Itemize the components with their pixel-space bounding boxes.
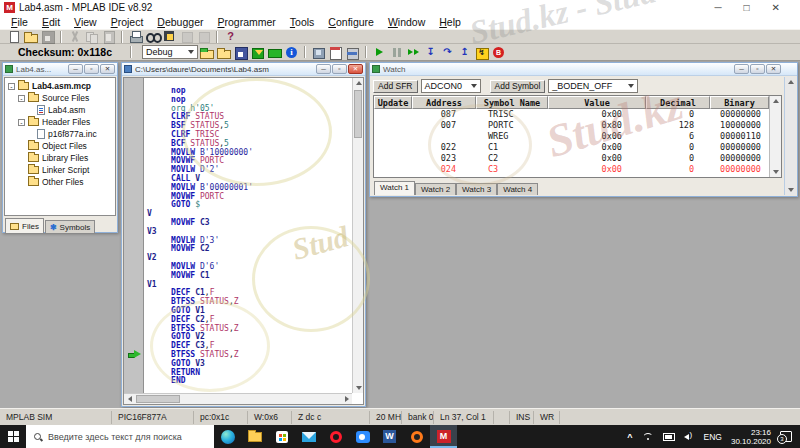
watch-minimize-button[interactable]: ─ xyxy=(734,64,749,74)
watch-row-c2[interactable]: 023C20x00000000000 xyxy=(374,153,769,164)
watch-table-scrollbar[interactable] xyxy=(769,96,781,177)
minimize-button[interactable]: ─ xyxy=(714,2,721,13)
read-target-icon[interactable] xyxy=(328,46,343,59)
build-mode-select[interactable]: Debug xyxy=(142,45,198,59)
watch-row-c1[interactable]: 022C10x00000000000 xyxy=(374,142,769,153)
taskbar-icon-camera[interactable] xyxy=(349,425,376,448)
find-next-icon[interactable] xyxy=(162,30,177,43)
watch-window-scrollbar[interactable] xyxy=(784,77,796,195)
watch-tab-watch-2[interactable]: Watch 2 xyxy=(415,183,456,195)
watch-row-c3[interactable]: 024C30x00000000000 xyxy=(374,164,769,175)
editor-hscroll-thumb[interactable] xyxy=(136,395,180,403)
watch-tab-watch-1[interactable]: Watch 1 xyxy=(374,181,415,195)
reset-icon[interactable] xyxy=(474,46,489,59)
code-editor-area[interactable]: nop nop org h'05' CLRF STATUS BSF STATUS… xyxy=(124,78,352,393)
scroll-up-icon[interactable] xyxy=(770,96,782,106)
battery-icon[interactable] xyxy=(663,433,675,441)
run-icon[interactable] xyxy=(372,46,387,59)
taskbar-search-input[interactable]: Введите здесь текст для поиска xyxy=(26,425,214,448)
make-icon[interactable] xyxy=(267,46,282,59)
build-icon[interactable] xyxy=(250,46,265,59)
halt-icon[interactable] xyxy=(389,46,404,59)
watch-row-wreg[interactable]: WREG0x06600000110 xyxy=(374,131,769,142)
scroll-down-icon[interactable] xyxy=(770,167,782,177)
taskbar-icon-edge[interactable] xyxy=(214,425,241,448)
find-icon[interactable] xyxy=(145,30,160,43)
add-sfr-button[interactable]: Add SFR xyxy=(373,80,418,93)
breakpoints-icon[interactable] xyxy=(491,46,506,59)
menu-project[interactable]: Project xyxy=(104,16,151,28)
language-indicator[interactable]: ENG xyxy=(704,432,722,442)
editor-window-titlebar[interactable]: C:\Users\daure\Documents\Lab4.asm ─ ▫ ✕ xyxy=(122,63,365,76)
tree-node-other-files[interactable]: Other Files xyxy=(5,176,115,188)
editor-vertical-scrollbar[interactable] xyxy=(352,78,363,393)
open-file-icon[interactable] xyxy=(23,30,38,43)
maximize-button[interactable]: □ xyxy=(744,2,750,13)
menu-configure[interactable]: Configure xyxy=(321,16,381,28)
scroll-down-icon[interactable] xyxy=(785,185,797,195)
new-project-icon[interactable] xyxy=(199,46,214,59)
add-symbol-button[interactable]: Add Symbol xyxy=(490,80,546,93)
tree-file-p16f877a.inc[interactable]: p16f877a.inc xyxy=(5,128,115,140)
save-workspace-icon[interactable] xyxy=(233,46,248,59)
symbol-select[interactable]: _BODEN_OFF xyxy=(548,79,638,93)
new-file-icon[interactable] xyxy=(6,30,21,43)
help-icon[interactable]: ? xyxy=(223,30,238,43)
editor-vscroll-thumb[interactable] xyxy=(354,90,362,138)
taskbar-icon-store[interactable] xyxy=(268,425,295,448)
watch-close-button[interactable]: ✕ xyxy=(766,64,781,74)
step-over-icon[interactable]: ↷ xyxy=(440,46,455,59)
tree-root[interactable]: -Lab4.asm.mcp xyxy=(5,80,115,92)
notification-center-icon[interactable] xyxy=(780,431,792,442)
menu-debugger[interactable]: Debugger xyxy=(150,16,210,28)
editor-maximize-button[interactable]: ▫ xyxy=(332,64,347,74)
editor-close-button[interactable]: ✕ xyxy=(348,64,363,74)
editor-horizontal-scrollbar[interactable] xyxy=(124,393,352,404)
taskbar-icon-word[interactable]: W xyxy=(376,425,403,448)
tree-node-library-files[interactable]: Library Files xyxy=(5,152,115,164)
menu-edit[interactable]: Edit xyxy=(35,16,67,28)
watch-row-portc[interactable]: 007PORTC0x8012810000000 xyxy=(374,120,769,131)
sfr-select[interactable]: ADCON0 xyxy=(421,79,481,93)
menu-tools[interactable]: Tools xyxy=(283,16,322,28)
tree-node-object-files[interactable]: Object Files xyxy=(5,140,115,152)
close-button[interactable]: ✕ xyxy=(772,2,780,13)
verify-target-icon[interactable] xyxy=(345,46,360,59)
wifi-icon[interactable] xyxy=(642,433,654,441)
watch-tab-watch-3[interactable]: Watch 3 xyxy=(456,183,497,195)
step-out-icon[interactable]: ↥ xyxy=(457,46,472,59)
taskbar-icon-mail[interactable] xyxy=(295,425,322,448)
menu-programmer[interactable]: Programmer xyxy=(210,16,282,28)
scroll-up-icon[interactable] xyxy=(353,78,364,88)
animate-icon[interactable] xyxy=(406,46,421,59)
tray-expand-icon[interactable]: ^ xyxy=(627,432,632,442)
taskbar-icon-orange[interactable] xyxy=(403,425,430,448)
project-maximize-button[interactable]: ▫ xyxy=(84,64,99,74)
build-options-icon[interactable] xyxy=(284,46,299,59)
step-into-icon[interactable]: ↧ xyxy=(423,46,438,59)
project-window-titlebar[interactable]: Lab4.as... ─ ▫ ✕ xyxy=(3,63,117,76)
taskbar-icon-opera[interactable] xyxy=(322,425,349,448)
open-workspace-icon[interactable] xyxy=(216,46,231,59)
clock[interactable]: 23:16 30.10.2020 xyxy=(731,428,771,446)
scroll-right-icon[interactable] xyxy=(341,394,352,404)
menu-help[interactable]: Help xyxy=(432,16,468,28)
tree-node-linker-script[interactable]: Linker Script xyxy=(5,164,115,176)
tree-node-header-files[interactable]: -Header Files xyxy=(5,116,115,128)
print-icon[interactable] xyxy=(128,30,143,43)
taskbar-icon-explorer[interactable] xyxy=(241,425,268,448)
taskbar-icon-mplab[interactable]: M xyxy=(430,425,457,448)
watch-window-titlebar[interactable]: Watch ─ ▫ ✕ xyxy=(370,63,797,76)
menu-window[interactable]: Window xyxy=(381,16,432,28)
tree-node-source-files[interactable]: -Source Files xyxy=(5,92,115,104)
scroll-left-icon[interactable] xyxy=(124,394,135,404)
speaker-icon[interactable] xyxy=(684,432,695,441)
project-close-button[interactable]: ✕ xyxy=(100,64,115,74)
tree-file-lab4.asm[interactable]: Lab4.asm xyxy=(5,104,115,116)
menu-view[interactable]: View xyxy=(67,16,104,28)
watch-maximize-button[interactable]: ▫ xyxy=(750,64,765,74)
watch-row-trisc[interactable]: 087TRISC0x00000000000 xyxy=(374,109,769,120)
program-target-icon[interactable] xyxy=(311,46,326,59)
project-tab-symbols[interactable]: ✱Symbols xyxy=(45,220,95,233)
start-button[interactable] xyxy=(0,425,26,448)
